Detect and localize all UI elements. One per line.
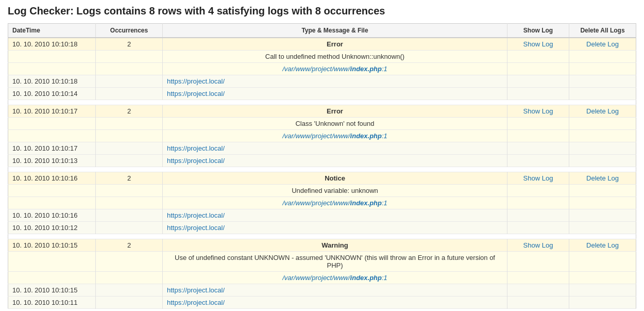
url-link-cell[interactable]: https://project.local/ xyxy=(163,222,507,234)
show-log-link[interactable]: Show Log xyxy=(507,172,569,185)
group-type: Notice xyxy=(163,172,507,185)
url-link[interactable]: https://project.local/ xyxy=(167,77,225,85)
log-url-row: 10. 10. 2010 10:10:17 https://project.lo… xyxy=(8,142,636,155)
file-datetime-empty xyxy=(8,63,96,75)
group-datetime: 10. 10. 2010 10:10:17 xyxy=(8,105,96,118)
delete-log-button[interactable]: Delete Log xyxy=(586,174,619,182)
group-occurrences: 2 xyxy=(96,239,163,252)
message-datetime-empty xyxy=(8,51,96,63)
url-link[interactable]: https://project.local/ xyxy=(167,299,225,306)
url-link[interactable]: https://project.local/ xyxy=(167,211,225,219)
delete-log-link[interactable]: Delete Log xyxy=(569,105,636,118)
log-group-header: 10. 10. 2010 10:10:16 2 Notice Show Log … xyxy=(8,172,636,185)
message-datetime-empty xyxy=(8,118,96,130)
show-log-button[interactable]: Show Log xyxy=(523,40,553,48)
header-occurrences: Occurrences xyxy=(96,24,163,38)
file-showlog-empty xyxy=(507,197,569,209)
show-log-button[interactable]: Show Log xyxy=(523,241,553,249)
log-file-bold: index.php xyxy=(350,274,382,282)
file-showlog-empty xyxy=(507,130,569,142)
file-datetime-empty xyxy=(8,272,96,284)
url-delete-empty xyxy=(569,222,636,234)
message-delete-empty xyxy=(569,51,636,63)
file-delete-empty xyxy=(569,272,636,284)
log-url-row: 10. 10. 2010 10:10:16 https://project.lo… xyxy=(8,209,636,222)
url-link[interactable]: https://project.local/ xyxy=(167,224,225,232)
message-delete-empty xyxy=(569,118,636,130)
message-delete-empty xyxy=(569,252,636,272)
message-occurrences-empty xyxy=(96,51,163,63)
log-file-path: /var/www/project/www/index.php:1 xyxy=(163,197,507,209)
url-delete-empty xyxy=(569,155,636,167)
url-datetime: 10. 10. 2010 10:10:17 xyxy=(8,142,96,155)
delete-log-link[interactable]: Delete Log xyxy=(569,38,636,51)
log-message: Use of undefined constant UNKNOWN - assu… xyxy=(163,252,507,272)
delete-log-button[interactable]: Delete Log xyxy=(586,241,619,249)
url-link-cell[interactable]: https://project.local/ xyxy=(163,209,507,222)
url-link-cell[interactable]: https://project.local/ xyxy=(163,75,507,88)
url-occurrences-empty xyxy=(96,297,163,309)
page-title: Log Checker: Logs contains 8 rows with 4… xyxy=(8,5,636,17)
log-group-header: 10. 10. 2010 10:10:17 2 Error Show Log D… xyxy=(8,105,636,118)
file-delete-empty xyxy=(569,130,636,142)
url-datetime: 10. 10. 2010 10:10:15 xyxy=(8,284,96,297)
url-occurrences-empty xyxy=(96,88,163,100)
log-file-row: /var/www/project/www/index.php:1 xyxy=(8,63,636,75)
show-log-button[interactable]: Show Log xyxy=(523,107,553,115)
file-datetime-empty xyxy=(8,197,96,209)
log-table: DateTime Occurrences Type & Message & Fi… xyxy=(8,23,636,309)
file-showlog-empty xyxy=(507,272,569,284)
url-link[interactable]: https://project.local/ xyxy=(167,157,225,165)
show-log-link[interactable]: Show Log xyxy=(507,38,569,51)
log-message: Class 'Unknown' not found xyxy=(163,118,507,130)
file-delete-empty xyxy=(569,63,636,75)
show-log-button[interactable]: Show Log xyxy=(523,174,553,182)
log-file-path: /var/www/project/www/index.php:1 xyxy=(163,130,507,142)
message-occurrences-empty xyxy=(96,185,163,197)
group-separator xyxy=(8,234,636,239)
url-delete-empty xyxy=(569,88,636,100)
log-url-row: 10. 10. 2010 10:10:13 https://project.lo… xyxy=(8,155,636,167)
url-link-cell[interactable]: https://project.local/ xyxy=(163,297,507,309)
log-file-bold: index.php xyxy=(350,65,382,73)
url-occurrences-empty xyxy=(96,75,163,88)
url-link[interactable]: https://project.local/ xyxy=(167,286,225,294)
log-file-path: /var/www/project/www/index.php:1 xyxy=(163,272,507,284)
log-group-header: 10. 10. 2010 10:10:15 2 Warning Show Log… xyxy=(8,239,636,252)
file-occurrences-empty xyxy=(96,197,163,209)
url-link[interactable]: https://project.local/ xyxy=(167,90,225,97)
url-link-cell[interactable]: https://project.local/ xyxy=(163,155,507,167)
log-file-row: /var/www/project/www/index.php:1 xyxy=(8,130,636,142)
delete-log-link[interactable]: Delete Log xyxy=(569,239,636,252)
url-delete-empty xyxy=(569,75,636,88)
group-occurrences: 2 xyxy=(96,172,163,185)
log-file-bold: index.php xyxy=(350,199,382,207)
delete-log-button[interactable]: Delete Log xyxy=(586,40,619,48)
log-file-row: /var/www/project/www/index.php:1 xyxy=(8,272,636,284)
url-showlog-empty xyxy=(507,284,569,297)
log-message: Call to undefined method Unknown::unknow… xyxy=(163,51,507,63)
delete-log-button[interactable]: Delete Log xyxy=(586,107,619,115)
file-showlog-empty xyxy=(507,63,569,75)
show-log-link[interactable]: Show Log xyxy=(507,105,569,118)
show-log-link[interactable]: Show Log xyxy=(507,239,569,252)
url-link-cell[interactable]: https://project.local/ xyxy=(163,284,507,297)
url-link-cell[interactable]: https://project.local/ xyxy=(163,88,507,100)
header-delete-all-logs: Delete All Logs xyxy=(569,24,636,38)
message-datetime-empty xyxy=(8,252,96,272)
url-showlog-empty xyxy=(507,222,569,234)
url-link-cell[interactable]: https://project.local/ xyxy=(163,142,507,155)
group-separator xyxy=(8,167,636,172)
log-url-row: 10. 10. 2010 10:10:14 https://project.lo… xyxy=(8,88,636,100)
log-url-row: 10. 10. 2010 10:10:18 https://project.lo… xyxy=(8,75,636,88)
url-link[interactable]: https://project.local/ xyxy=(167,144,225,152)
log-url-row: 10. 10. 2010 10:10:15 https://project.lo… xyxy=(8,284,636,297)
url-delete-empty xyxy=(569,209,636,222)
url-datetime: 10. 10. 2010 10:10:13 xyxy=(8,155,96,167)
log-file-path: /var/www/project/www/index.php:1 xyxy=(163,63,507,75)
group-separator xyxy=(8,100,636,105)
url-showlog-empty xyxy=(507,88,569,100)
delete-log-link[interactable]: Delete Log xyxy=(569,172,636,185)
log-file-bold: index.php xyxy=(350,132,382,140)
url-datetime: 10. 10. 2010 10:10:18 xyxy=(8,75,96,88)
